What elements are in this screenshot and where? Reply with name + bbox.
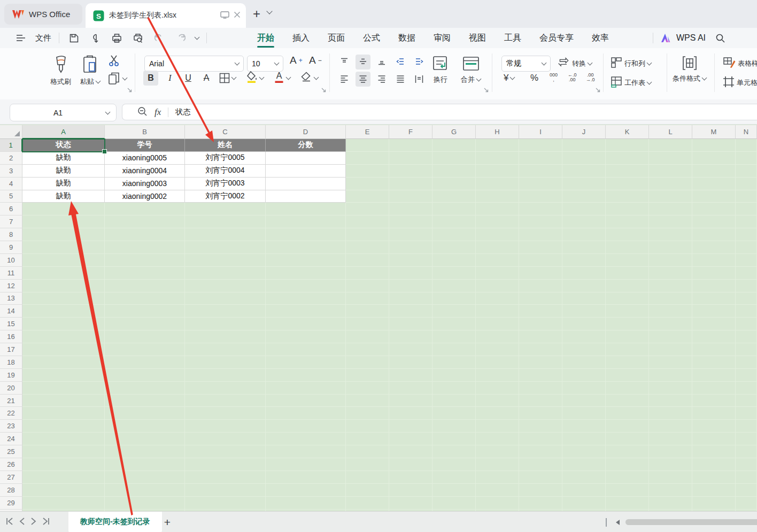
row-header-24[interactable]: 24 [0,433,22,445]
cell-N10[interactable] [736,254,757,267]
cell-N21[interactable] [736,395,757,407]
cut-button[interactable] [109,55,121,66]
cell-A11[interactable] [22,267,105,280]
cell-L9[interactable] [649,241,692,254]
cell-B23[interactable] [105,420,185,433]
cell-L29[interactable] [649,497,692,510]
cell-M15[interactable] [692,318,736,330]
cell-A27[interactable] [22,471,105,484]
cell-J13[interactable] [562,292,606,305]
cell-L20[interactable] [649,382,692,395]
redo-icon[interactable] [174,31,188,45]
cell-I18[interactable] [519,356,562,369]
cell-A16[interactable] [22,330,105,343]
row-header-15[interactable]: 15 [0,318,22,330]
cell-A6[interactable] [22,203,105,215]
cell-C12[interactable] [185,280,266,292]
cell-K29[interactable] [606,497,649,510]
increase-font-button[interactable]: A+ [290,55,303,66]
cell-N11[interactable] [736,267,757,280]
cell-L12[interactable] [649,280,692,292]
row-header-13[interactable]: 13 [0,292,22,305]
cell-F22[interactable] [389,407,432,420]
row-header-25[interactable]: 25 [0,445,22,458]
cell-K16[interactable] [606,330,649,343]
cell-E14[interactable] [346,305,389,318]
cell-M9[interactable] [692,241,736,254]
cell-H11[interactable] [476,267,519,280]
cell-A17[interactable] [22,343,105,356]
cell-I24[interactable] [519,433,562,445]
fx-icon[interactable]: fx [155,107,161,118]
cell-M11[interactable] [692,267,736,280]
cell-D10[interactable] [266,254,346,267]
cell-L16[interactable] [649,330,692,343]
decrease-font-button[interactable]: A− [309,55,322,66]
conditional-format-button[interactable]: 条件格式 [673,55,706,83]
cell-F18[interactable] [389,356,432,369]
cell-F9[interactable] [389,241,432,254]
cell-E19[interactable] [346,369,389,382]
cell-K7[interactable] [606,215,649,228]
cell-K6[interactable] [606,203,649,215]
cell-B22[interactable] [105,407,185,420]
cell-K8[interactable] [606,228,649,241]
cell-L19[interactable] [649,369,692,382]
next-sheet-icon[interactable] [30,518,36,527]
cell-E28[interactable] [346,484,389,497]
cell-J19[interactable] [562,369,606,382]
cell-M3[interactable] [692,165,736,178]
cell-K13[interactable] [606,292,649,305]
cell-I15[interactable] [519,318,562,330]
cell-L24[interactable] [649,433,692,445]
cell-N9[interactable] [736,241,757,254]
column-header-L[interactable]: L [649,125,692,139]
row-header-7[interactable]: 7 [0,215,22,228]
print-icon[interactable] [110,31,123,45]
cell-N23[interactable] [736,420,757,433]
cell-I7[interactable] [519,215,562,228]
cell-H12[interactable] [476,280,519,292]
cell-C17[interactable] [185,343,266,356]
cell-F15[interactable] [389,318,432,330]
cell-H14[interactable] [476,305,519,318]
cell-B24[interactable] [105,433,185,445]
cell-N5[interactable] [736,190,757,203]
cell-B27[interactable] [105,471,185,484]
cell-G3[interactable] [432,165,476,178]
ribbon-tab-会员专享[interactable]: 会员专享 [539,29,574,47]
cell-L17[interactable] [649,343,692,356]
cell-M24[interactable] [692,433,736,445]
row-header-23[interactable]: 23 [0,420,22,433]
cell-A25[interactable] [22,445,105,458]
history-chevron-icon[interactable] [195,35,200,40]
cell-N16[interactable] [736,330,757,343]
cell-B28[interactable] [105,484,185,497]
cell-L4[interactable] [649,178,692,190]
cell-C15[interactable] [185,318,266,330]
cell-A22[interactable] [22,407,105,420]
copy-button[interactable] [108,72,127,86]
cell-D21[interactable] [266,395,346,407]
cell-G28[interactable] [432,484,476,497]
cell-D29[interactable] [266,497,346,510]
row-header-1[interactable]: 1 [0,139,22,152]
cell-G22[interactable] [432,407,476,420]
cell-H17[interactable] [476,343,519,356]
cell-H27[interactable] [476,471,519,484]
cell-I13[interactable] [519,292,562,305]
cell-I25[interactable] [519,445,562,458]
cell-N27[interactable] [736,471,757,484]
cell-C11[interactable] [185,267,266,280]
cell-N26[interactable] [736,458,757,471]
cell-A1[interactable]: 状态 [22,139,105,152]
cell-G4[interactable] [432,178,476,190]
cell-J8[interactable] [562,228,606,241]
cell-A15[interactable] [22,318,105,330]
cell-E25[interactable] [346,445,389,458]
cell-D23[interactable] [266,420,346,433]
cell-I9[interactable] [519,241,562,254]
row-header-2[interactable]: 2 [0,152,22,165]
cell-H10[interactable] [476,254,519,267]
bold-button[interactable]: B [143,71,158,86]
